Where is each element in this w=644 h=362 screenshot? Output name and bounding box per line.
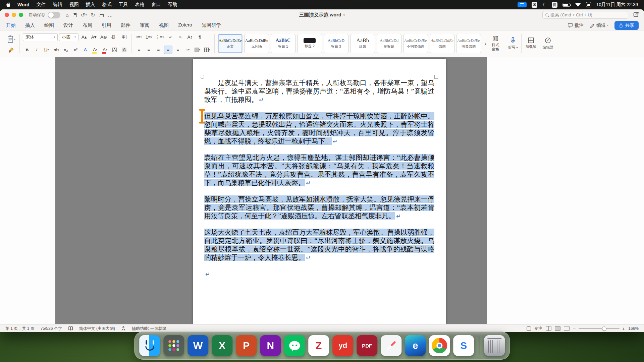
zoom-level[interactable]: 166% xyxy=(628,326,639,331)
moon-button[interactable]: ☾ xyxy=(542,2,547,7)
superscript-button[interactable]: x² xyxy=(71,46,80,54)
paragraph[interactable]: 这场大火烧了七天七夜，袁绍百万大军粮秣尽毁，军心涣散。曹操以弱胜强，自此奠定北方… xyxy=(204,228,434,262)
menu-表格[interactable]: 表格 xyxy=(135,2,145,8)
style-card-正文[interactable]: AaBbCcDdEe正文 xyxy=(218,34,243,53)
tab-审阅[interactable]: 审阅 xyxy=(139,21,150,29)
line-spacing-button[interactable]: ↕▾ xyxy=(183,46,192,54)
style-card-标题 2[interactable]: 标题 2 xyxy=(297,34,322,53)
highlight-button[interactable]: A▾ xyxy=(91,46,99,54)
dock-word-icon[interactable]: W xyxy=(187,335,208,356)
undo-button[interactable]: ↺▾ xyxy=(81,12,87,18)
enclose-character-button[interactable]: A xyxy=(110,46,119,54)
dock-sapp-icon[interactable]: S xyxy=(453,335,474,356)
paragraph[interactable]: 黎明时分，曹操立马高坡，见败军如潮水溃散，抚掌大笑。忽见徐晃押来一俘虏，竟是袁军… xyxy=(204,195,434,221)
multilevel-button[interactable]: ⋮≡▾ xyxy=(154,33,165,41)
style-card-标题 1[interactable]: AaBbC标题 1 xyxy=(271,34,296,53)
menu-格式[interactable]: 格式 xyxy=(102,2,112,8)
editor-button[interactable]: 编辑器 xyxy=(539,32,556,55)
editing-mode-button[interactable]: 编辑▾ xyxy=(590,22,608,28)
menu-文件[interactable]: 文件 xyxy=(37,2,46,8)
dock-onenote-icon[interactable]: N xyxy=(260,335,281,356)
dock-zotero-icon[interactable]: Z xyxy=(308,335,329,356)
print-button[interactable] xyxy=(99,13,104,17)
style-card-明显强调[interactable]: AaBbCcDdEe明显强调 xyxy=(456,34,481,53)
character-shading-button[interactable]: A xyxy=(120,46,128,54)
menu-窗口[interactable]: 窗口 xyxy=(152,2,161,8)
align-center-button[interactable]: ≡ xyxy=(145,46,153,54)
align-right-button[interactable]: ≡ xyxy=(154,46,163,54)
strikethrough-button[interactable]: ab xyxy=(52,46,60,54)
close-button[interactable] xyxy=(5,13,9,17)
page-indicator[interactable]: 第 1 页，共 1 页 xyxy=(5,326,35,331)
print-layout-icon[interactable] xyxy=(555,326,560,331)
paragraph[interactable]: 但见乌巢营寨连绵，万座粮廪如山耸立，守将淳于琼刚饮罢酒，正醉卧帐中。忽闻喊声震天… xyxy=(204,112,434,146)
autosave-toggle[interactable] xyxy=(48,12,60,18)
zoom-in-button[interactable]: + xyxy=(622,326,625,331)
dock-trash-icon[interactable] xyxy=(484,335,505,356)
tab-插入[interactable]: 插入 xyxy=(24,21,36,29)
document-title[interactable]: 三国演义示范 word▾ xyxy=(299,12,345,18)
phonetic-guide-button[interactable]: 拼 xyxy=(110,33,118,41)
tab-布局[interactable]: 布局 xyxy=(82,21,93,29)
text-effects-button[interactable]: A xyxy=(81,46,90,54)
more-button[interactable]: … xyxy=(108,12,113,18)
web-view-icon[interactable] xyxy=(564,326,570,331)
tab-绘图[interactable]: 绘图 xyxy=(44,21,55,29)
italic-button[interactable]: I xyxy=(33,46,41,54)
comments-button[interactable]: 批注 xyxy=(568,22,584,28)
decrease-indent-button[interactable]: « xyxy=(166,33,175,41)
language-indicator[interactable]: 简体中文 (中国大陆) xyxy=(79,326,115,331)
style-card-标题 3[interactable]: AaBbCcD标题 3 xyxy=(324,34,348,53)
justify-button[interactable]: ≡ xyxy=(164,46,172,54)
dock-edge-icon[interactable]: e xyxy=(405,335,426,356)
zoom-slider[interactable] xyxy=(579,328,620,329)
zoom-button[interactable] xyxy=(19,13,23,17)
dock-finder-icon[interactable] xyxy=(139,335,160,356)
underline-button[interactable]: U▾ xyxy=(42,46,51,54)
style-card-标题[interactable]: AaBb标题 xyxy=(350,34,375,53)
menu-视图[interactable]: 视图 xyxy=(69,2,79,8)
read-view-icon[interactable] xyxy=(546,326,551,331)
paragraph[interactable]: 是夜星斗满天，曹操亲率五千精兵，人衔枚马勒口，各带柴草一束，望乌巢疾行。途中遇袁… xyxy=(204,79,434,104)
style-card-副标题[interactable]: AaBbCcDd副标题 xyxy=(377,34,401,53)
pinyin-input-button[interactable]: 拼 xyxy=(552,2,557,8)
tab-设计[interactable]: 设计 xyxy=(63,21,74,29)
paragraph[interactable]: ↵ xyxy=(204,270,434,279)
minimize-button[interactable] xyxy=(12,13,16,17)
share-button[interactable]: 共享 xyxy=(614,21,639,30)
borders-button[interactable]: ▾ xyxy=(203,46,211,54)
battery-button[interactable] xyxy=(562,3,570,7)
sogou-s-button[interactable]: S xyxy=(532,2,537,8)
tab-知网研学[interactable]: 知网研学 xyxy=(201,21,222,29)
dock-chrome-icon[interactable] xyxy=(429,335,450,356)
tab-引用[interactable]: 引用 xyxy=(101,21,112,29)
accessibility-status[interactable]: 辅助功能: 一切就绪 xyxy=(132,326,166,331)
font-size-select[interactable]: 小四▾ xyxy=(59,33,78,41)
dock-excel-icon[interactable]: X xyxy=(212,335,232,356)
redo-button[interactable]: ↻ xyxy=(91,12,95,18)
style-pane-button[interactable]: 样式窗格 xyxy=(488,32,503,55)
menu-工具[interactable]: 工具 xyxy=(119,2,128,8)
focus-label[interactable]: 专注 xyxy=(534,326,542,331)
styles-gallery-more-button[interactable]: › xyxy=(483,32,488,55)
tab-视图[interactable]: 视图 xyxy=(158,21,169,29)
page[interactable]: 是夜星斗满天，曹操亲率五千精兵，人衔枚马勒口，各带柴草一束，望乌巢疾行。途中遇袁… xyxy=(193,59,446,324)
wifi-button[interactable] xyxy=(575,3,581,7)
distributed-button[interactable]: ≡ xyxy=(174,46,182,54)
document-text[interactable]: 是夜星斗满天，曹操亲率五千精兵，人衔枚马勒口，各带柴草一束，望乌巢疾行。途中遇袁… xyxy=(193,59,446,279)
style-card-不明显强调[interactable]: AaBbCcDdEe不明显强调 xyxy=(403,34,428,53)
menu-插入[interactable]: 插入 xyxy=(86,2,95,8)
word-count[interactable]: 75/526 个字 xyxy=(41,326,62,331)
zoom-out-button[interactable]: − xyxy=(573,326,576,331)
paste-button[interactable]: ▾ xyxy=(6,33,16,46)
menu-编辑[interactable]: 编辑 xyxy=(53,2,62,8)
show-marks-button[interactable]: ¶ xyxy=(196,33,204,41)
addins-button[interactable]: 加载项 xyxy=(522,32,539,55)
sort-button[interactable]: A↕ xyxy=(186,33,194,41)
grow-font-button[interactable]: A▴ xyxy=(80,33,88,41)
save-button[interactable] xyxy=(73,13,77,17)
dock-powerpoint-icon[interactable]: P xyxy=(236,335,257,356)
format-painter-button[interactable] xyxy=(6,46,16,54)
style-card-无间隔[interactable]: AaBbCcDdEe无间隔 xyxy=(244,34,269,53)
menu-帮助[interactable]: 帮助 xyxy=(168,2,177,8)
